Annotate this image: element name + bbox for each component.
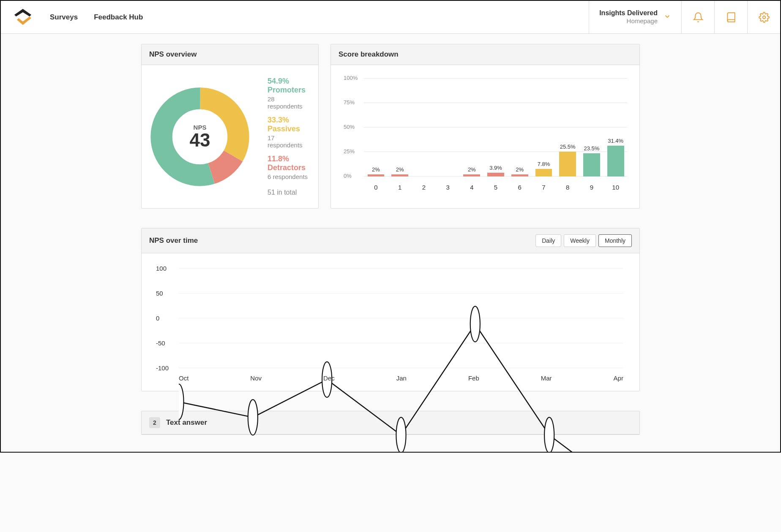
svg-point-8 bbox=[470, 306, 480, 342]
score-breakdown-chart: 0%25%50%75%100% 2%2%2%3.9%2%7.8%25.5%23.… bbox=[339, 73, 632, 191]
nps-value: 43 bbox=[190, 131, 210, 149]
panel-title: Score breakdown bbox=[331, 44, 639, 65]
nps-line-chart: -100-50050100 OctNovDecJanFebMarApr bbox=[149, 261, 632, 383]
account-sub: Homepage bbox=[599, 17, 658, 25]
svg-point-9 bbox=[544, 417, 554, 453]
svg-point-0 bbox=[762, 16, 765, 19]
book-icon bbox=[726, 12, 737, 23]
panel-score-breakdown: Score breakdown 0%25%50%75%100% 2%2%2%3.… bbox=[330, 44, 640, 209]
main-nav: Surveys Feedback Hub bbox=[45, 1, 143, 33]
legend-promoters-title: 54.9% Promoters bbox=[268, 77, 311, 95]
seg-weekly[interactable]: Weekly bbox=[564, 234, 596, 247]
legend-detractors-title: 11.8% Detractors bbox=[268, 155, 311, 172]
brand-logo bbox=[1, 1, 45, 33]
svg-point-7 bbox=[396, 417, 406, 453]
chevron-down-icon bbox=[664, 13, 671, 22]
granularity-segmented: Daily Weekly Monthly bbox=[535, 234, 632, 247]
panel-title: NPS overview bbox=[142, 44, 318, 65]
seg-daily[interactable]: Daily bbox=[535, 234, 561, 247]
panel-nps-overview: NPS overview NPS 43 54.9% Promoters 28 r… bbox=[141, 44, 319, 209]
svg-point-4 bbox=[179, 384, 184, 420]
nav-surveys[interactable]: Surveys bbox=[50, 13, 78, 22]
legend-detractors-sub: 6 respondents bbox=[268, 173, 311, 180]
guide-button[interactable] bbox=[714, 1, 747, 33]
nps-donut-chart: NPS 43 bbox=[149, 86, 251, 187]
svg-point-5 bbox=[248, 399, 258, 435]
account-switcher[interactable]: Insights Delivered Homepage bbox=[589, 1, 681, 33]
bell-icon bbox=[693, 12, 704, 23]
topbar: Surveys Feedback Hub Insights Delivered … bbox=[1, 1, 780, 34]
nav-feedback-hub[interactable]: Feedback Hub bbox=[94, 13, 143, 22]
settings-button[interactable] bbox=[747, 1, 780, 33]
text-answer-count: 2 bbox=[149, 417, 160, 428]
panel-nps-over-time: NPS over time Daily Weekly Monthly -100-… bbox=[141, 228, 640, 391]
logo-icon bbox=[13, 7, 33, 27]
legend-passives-title: 33.3% Passives bbox=[268, 116, 311, 133]
legend-total: 51 in total bbox=[268, 189, 311, 196]
legend-promoters-sub: 28 respondents bbox=[268, 95, 311, 110]
seg-monthly[interactable]: Monthly bbox=[598, 234, 632, 247]
nps-legend: 54.9% Promoters 28 respondents 33.3% Pas… bbox=[268, 77, 311, 196]
account-name: Insights Delivered bbox=[599, 9, 658, 17]
page-content: NPS overview NPS 43 54.9% Promoters 28 r… bbox=[141, 34, 640, 452]
panel-title: NPS over time bbox=[149, 236, 198, 245]
legend-passives-sub: 17 respondents bbox=[268, 134, 311, 149]
gear-icon bbox=[759, 12, 770, 23]
notifications-button[interactable] bbox=[681, 1, 714, 33]
